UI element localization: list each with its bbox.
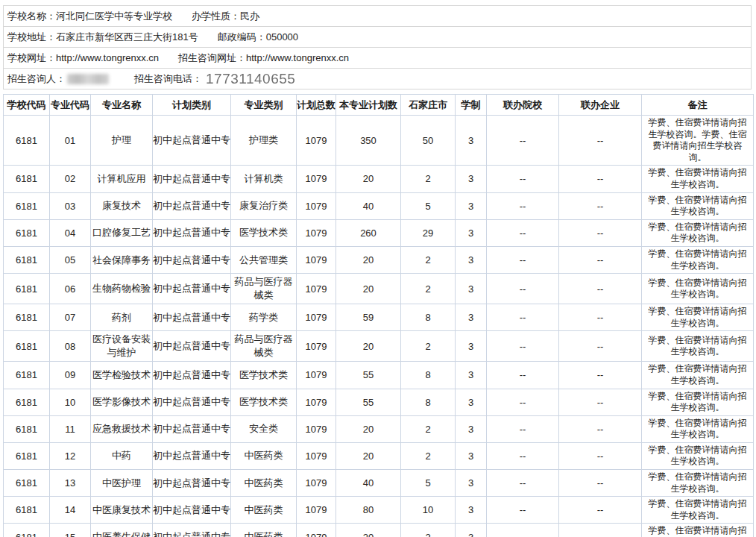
cell-partner-company: --	[559, 524, 642, 537]
cell-school-code: 6181	[4, 274, 50, 304]
cell-plan-total: 1079	[297, 246, 336, 273]
cell-plan-total: 1079	[297, 389, 336, 415]
cell-partner-college: --	[487, 166, 559, 192]
cell-plan-category: 初中起点普通中专	[153, 415, 231, 442]
consult-site-url: http://www.tongrenxx.cn	[246, 48, 349, 68]
col-header-shijiazhuang: 石家庄市	[401, 95, 456, 116]
cell-plan-total: 1079	[297, 219, 336, 246]
cell-major-name: 中医养生保健	[91, 524, 153, 537]
cell-shijiazhuang: 10	[401, 497, 456, 524]
cell-years: 3	[456, 497, 487, 524]
cell-plan-total: 1079	[297, 497, 336, 524]
col-header-major-code: 专业代码	[50, 95, 91, 116]
cell-partner-college: --	[487, 331, 559, 362]
cell-plan-total: 1079	[297, 166, 336, 192]
table-row: 618102计算机应用初中起点普通中专计算机类10792023----学费、住宿…	[4, 166, 754, 192]
col-header-plan-category: 计划类别	[153, 95, 231, 116]
cell-partner-college: --	[487, 442, 559, 469]
cell-major-category: 医学技术类	[231, 362, 297, 389]
cell-partner-college: --	[487, 524, 559, 537]
cell-years: 3	[456, 389, 487, 415]
cell-plan-category: 初中起点普通中专	[153, 442, 231, 469]
cell-major-plan: 20	[336, 415, 401, 442]
cell-school-code: 6181	[4, 219, 50, 246]
cell-plan-total: 1079	[297, 524, 336, 537]
phone-label: 招生咨询电话：	[134, 69, 202, 89]
table-row: 618115中医养生保健初中起点普通中专中医药类10792023----学费、住…	[4, 524, 754, 537]
cell-major-plan: 350	[336, 116, 401, 166]
website-url: http://www.tongrenxx.cn	[56, 48, 159, 68]
cell-remark: 学费、住宿费详情请向招生学校咨询。	[642, 415, 754, 442]
cell-remark: 学费、住宿费详情请向招生学校咨询。	[642, 192, 754, 219]
cell-school-code: 6181	[4, 116, 50, 166]
cell-major-category: 康复治疗类	[231, 192, 297, 219]
cell-plan-total: 1079	[297, 442, 336, 469]
cell-major-category: 中医药类	[231, 497, 297, 524]
cell-school-code: 6181	[4, 497, 50, 524]
cell-plan-category: 初中起点普通中专	[153, 497, 231, 524]
cell-major-code: 09	[50, 362, 91, 389]
cell-remark: 学费、住宿费详情请向招生学校咨询。	[642, 389, 754, 415]
cell-school-code: 6181	[4, 442, 50, 469]
col-header-plan-total: 计划总数	[297, 95, 336, 116]
cell-major-plan: 55	[336, 362, 401, 389]
cell-major-plan: 40	[336, 470, 401, 497]
cell-plan-category: 初中起点普通中专	[153, 362, 231, 389]
cell-plan-total: 1079	[297, 470, 336, 497]
table-row: 618109医学检验技术初中起点普通中专医学技术类10795583----学费、…	[4, 362, 754, 389]
school-name-label: 学校名称：	[7, 6, 56, 26]
cell-shijiazhuang: 8	[401, 362, 456, 389]
cell-partner-college: --	[487, 116, 559, 166]
cell-major-name: 医学影像技术	[91, 389, 153, 415]
cell-partner-company: --	[559, 192, 642, 219]
cell-school-code: 6181	[4, 246, 50, 273]
cell-years: 3	[456, 219, 487, 246]
cell-major-category: 公共管理类	[231, 246, 297, 273]
cell-major-name: 康复技术	[91, 192, 153, 219]
cell-major-code: 06	[50, 274, 91, 304]
cell-remark: 学费、住宿费详情请向招生学校咨询。	[642, 219, 754, 246]
cell-major-code: 04	[50, 219, 91, 246]
cell-partner-company: --	[559, 274, 642, 304]
cell-major-name: 中医康复技术	[91, 497, 153, 524]
cell-remark: 学费、住宿费详情请向招生学校咨询。	[642, 246, 754, 273]
table-header-row: 学校代码专业代码专业名称计划类别专业类别计划总数本专业计划数石家庄市学制联办院校…	[4, 95, 754, 116]
info-row-school-name: 学校名称：河北同仁医学中等专业学校 办学性质：民办	[3, 5, 752, 27]
cell-partner-college: --	[487, 497, 559, 524]
school-info-section: 学校名称：河北同仁医学中等专业学校 办学性质：民办 学校地址：石家庄市新华区西三…	[3, 5, 752, 90]
cell-remark: 学费、住宿费详情请向招生学校咨询。	[642, 274, 754, 304]
cell-school-code: 6181	[4, 470, 50, 497]
cell-years: 3	[456, 442, 487, 469]
col-header-partner-company: 联办企业	[559, 95, 642, 116]
cell-major-category: 护理类	[231, 116, 297, 166]
cell-years: 3	[456, 362, 487, 389]
cell-major-category: 医学技术类	[231, 389, 297, 415]
cell-major-plan: 20	[336, 274, 401, 304]
table-body: 618101护理初中起点普通中专护理类1079350503----学费、住宿费详…	[4, 116, 754, 537]
cell-major-code: 02	[50, 166, 91, 192]
col-header-partner-college: 联办院校	[487, 95, 559, 116]
cell-shijiazhuang: 2	[401, 246, 456, 273]
cell-plan-category: 初中起点普通中专	[153, 470, 231, 497]
cell-major-category: 中医药类	[231, 442, 297, 469]
cell-major-code: 15	[50, 524, 91, 537]
cell-major-category: 药学类	[231, 304, 297, 331]
cell-plan-category: 初中起点普通中专	[153, 246, 231, 273]
cell-partner-company: --	[559, 362, 642, 389]
cell-shijiazhuang: 2	[401, 274, 456, 304]
table-row: 618108医疗设备安装与维护初中起点普通中专药品与医疗器械类10792023-…	[4, 331, 754, 362]
cell-major-code: 14	[50, 497, 91, 524]
cell-partner-college: --	[487, 470, 559, 497]
cell-major-code: 12	[50, 442, 91, 469]
table-row: 618106生物药物检验初中起点普通中专药品与医疗器械类10792023----…	[4, 274, 754, 304]
cell-school-code: 6181	[4, 192, 50, 219]
cell-major-code: 13	[50, 470, 91, 497]
cell-school-code: 6181	[4, 389, 50, 415]
cell-years: 3	[456, 192, 487, 219]
cell-major-code: 08	[50, 331, 91, 362]
cell-school-code: 6181	[4, 524, 50, 537]
cell-major-category: 药品与医疗器械类	[231, 274, 297, 304]
cell-school-code: 6181	[4, 415, 50, 442]
cell-partner-college: --	[487, 362, 559, 389]
cell-shijiazhuang: 8	[401, 304, 456, 331]
